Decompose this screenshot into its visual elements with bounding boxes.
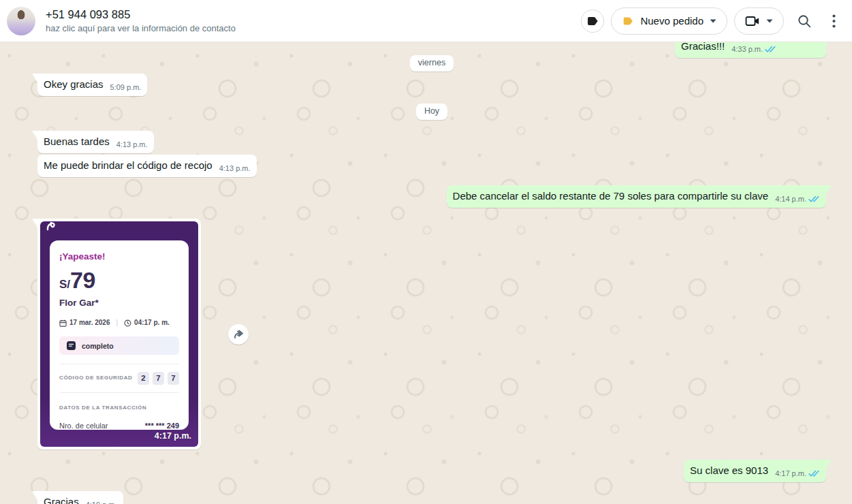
menu-button[interactable] [825,7,842,35]
security-code-digit: 7 [153,372,164,385]
incoming-message[interactable]: Okey gracias 5:09 p.m. [37,74,147,96]
receipt-date: 17 mar. 2026 [69,316,110,330]
receipt-card: ¡Yapeaste! S/ 79 Flor Gar* [50,240,189,430]
security-code-digits: 2 7 7 [138,372,179,385]
chat-header: +51 944 093 885 haz clic aquí para ver l… [0,0,852,42]
security-code-digit: 7 [168,372,179,385]
receipt-datetime: 17 mar. 2026 | 04:17 p. m. [59,316,179,330]
header-actions: Nuevo pedido [581,7,842,35]
date-divider: viernes [410,55,454,72]
contact-info-hint: haz clic aquí para ver la información de… [46,22,236,35]
divider-line [59,364,179,364]
label-icon [586,14,599,28]
message-meta: 4:19 p.m. [86,498,117,504]
message-meta: 4:13 p.m. [219,161,251,175]
order-status-label: Nuevo pedido [640,15,704,27]
message-row: Buenas tardes 4:13 p.m. [37,131,826,153]
chevron-down-icon [710,19,716,23]
date-divider: Hoy [416,104,447,120]
message-time: 4:33 p.m. [731,42,763,56]
kebab-menu-icon [832,14,836,28]
message-time: 4:14 p.m. [775,192,806,206]
message-row: Okey gracias 5:09 p.m. [37,74,826,96]
receipt-amount: S/ 79 [59,268,179,292]
video-call-button[interactable] [734,7,784,35]
video-camera-icon [745,15,760,27]
message-text: Me puede brindar el código de recojo [44,159,212,172]
message-time: 4:17 p.m. [155,429,191,443]
contact-phone-number: +51 944 093 885 [46,7,236,22]
receipt-payee: Flor Gar* [59,296,179,310]
contact-text-block[interactable]: +51 944 093 885 haz clic aquí para ver l… [46,7,236,35]
message-meta: 5:09 p.m. [110,80,142,94]
message-row: Me puede brindar el código de recojo 4:1… [37,155,826,177]
outgoing-message[interactable]: Debe cancelar el saldo restante de 79 so… [447,185,826,208]
search-icon [797,14,812,29]
message-meta: 4:13 p.m. [116,138,148,151]
clock-icon [124,319,131,327]
receipt-title: ¡Yapeaste! [59,250,179,264]
yape-swirl-decoration [46,221,57,232]
transaction-row-value: *** *** 249 [145,419,179,430]
divider-line [59,392,179,393]
message-row: Debe cancelar el saldo restante de 79 so… [37,185,826,208]
message-text: Buenas tardes [44,135,110,148]
message-meta: 4:33 p.m. [731,42,776,56]
incoming-message[interactable]: Gracias 4:19 p.m. [37,491,123,504]
receipt-time-value: 04:17 p. m. [134,316,170,330]
receipt-status-label: completo [82,339,114,353]
order-status-button[interactable]: Nuevo pedido [611,7,727,35]
read-receipt-icon [765,46,776,53]
transaction-data-label: DATOS DE LA TRANSACCIÓN [59,401,179,415]
date-divider-row: Hoy [37,104,826,120]
outgoing-message[interactable]: Su clave es 9013 4:17 p.m. [684,460,826,482]
security-code-row: CÓDIGO DE SEGURIDAD 2 7 7 [59,371,179,385]
date-divider-row: viernes [37,55,826,72]
message-time: 4:13 p.m. [219,161,251,175]
chevron-down-icon [766,19,773,23]
message-time: 4:13 p.m. [116,138,148,151]
chat-area[interactable]: Gracias!!! 4:33 p.m. viernes Okey gracia… [0,42,852,504]
incoming-message[interactable]: Me puede brindar el código de recojo 4:1… [37,155,257,177]
contact-info-header[interactable]: +51 944 093 885 haz clic aquí para ver l… [7,7,236,35]
receipt-amount-value: 79 [70,268,95,292]
search-button[interactable] [791,7,818,35]
message-time: 4:19 p.m. [86,498,117,504]
incoming-message[interactable]: Buenas tardes 4:13 p.m. [37,131,154,153]
message-text: Gracias!!! [681,42,725,53]
transaction-rows: Nro. de celular *** *** 249 Destino Yape… [59,420,179,430]
read-receipt-icon [808,470,820,477]
receipt-status-icon [66,341,76,351]
image-message-row: ¡Yapeaste! S/ 79 Flor Gar* [37,219,826,450]
read-receipt-icon [808,195,820,203]
security-code-digit: 2 [138,372,149,385]
message-text: Su clave es 9013 [690,464,768,477]
message-meta: 4:14 p.m. [775,192,820,206]
message-time: 5:09 p.m. [110,80,142,94]
message-meta: 4:17 p.m. [775,467,820,480]
yape-receipt-image: ¡Yapeaste! S/ 79 Flor Gar* [40,221,198,447]
contact-avatar[interactable] [7,7,35,35]
message-row: Su clave es 9013 4:17 p.m. [37,460,826,482]
separator: | [116,316,119,330]
order-label-icon [622,15,634,27]
forward-message-button[interactable] [228,324,249,345]
receipt-status-chip: completo [59,336,179,355]
message-text: Okey gracias [44,78,104,91]
whatsapp-chat-window: +51 944 093 885 haz clic aquí para ver l… [0,0,852,504]
image-message[interactable]: ¡Yapeaste! S/ 79 Flor Gar* [37,219,201,450]
message-text: Debe cancelar el saldo restante de 79 so… [453,189,769,203]
label-button[interactable] [581,10,604,33]
transaction-row: Nro. de celular *** *** 249 [59,420,179,430]
forward-icon [233,330,244,339]
transaction-row-label: Nro. de celular [59,419,108,430]
receipt-currency: S/ [59,278,70,292]
calendar-icon [59,319,67,327]
message-time: 4:17 p.m. [775,467,806,480]
security-code-label: CÓDIGO DE SEGURIDAD [59,371,132,385]
message-row: Gracias 4:19 p.m. [37,491,826,504]
message-text: Gracias [44,495,79,504]
